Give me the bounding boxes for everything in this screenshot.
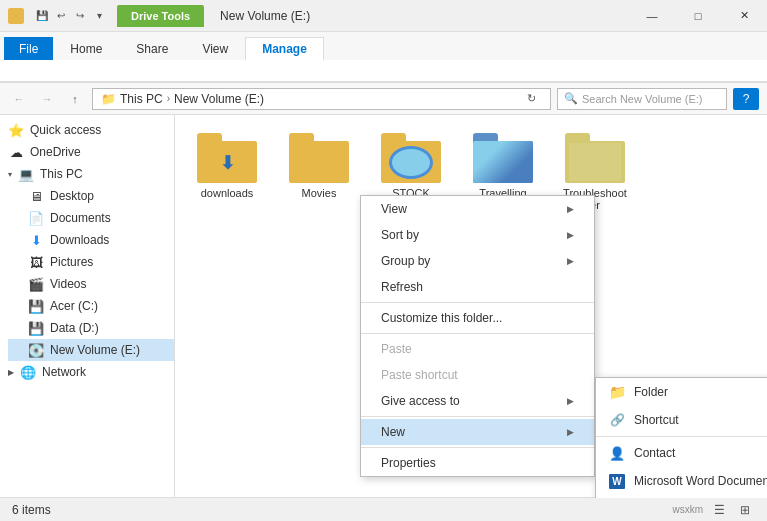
- folder-label-movies: Movies: [302, 187, 337, 199]
- folder-icon-travelling: [473, 133, 533, 183]
- status-count: 6 items: [12, 503, 51, 517]
- sidebar-item-videos[interactable]: 🎬 Videos: [8, 273, 174, 295]
- tab-file[interactable]: File: [4, 37, 53, 60]
- this-pc-icon: 💻: [18, 166, 34, 182]
- sidebar-item-data-d[interactable]: 💾 Data (D:): [8, 317, 174, 339]
- tab-view[interactable]: View: [185, 37, 245, 60]
- sidebar-item-label: Pictures: [50, 255, 93, 269]
- sidebar-item-acer-c[interactable]: 💾 Acer (C:): [8, 295, 174, 317]
- sidebar-item-new-volume-e[interactable]: 💽 New Volume (E:): [8, 339, 174, 361]
- folder-icon-movies: [289, 133, 349, 183]
- quick-access-toolbar: 💾 ↩ ↪ ▾: [28, 8, 113, 24]
- sidebar-item-label: New Volume (E:): [50, 343, 140, 357]
- sidebar-item-network[interactable]: ▶ 🌐 Network: [0, 361, 174, 383]
- sidebar-item-label: Network: [42, 365, 86, 379]
- search-box[interactable]: 🔍 Search New Volume (E:): [557, 88, 727, 110]
- arrow-icon: ▶: [567, 396, 574, 406]
- sidebar-item-onedrive[interactable]: ☁ OneDrive: [0, 141, 174, 163]
- save-icon[interactable]: 💾: [34, 8, 50, 24]
- view-details-button[interactable]: ☰: [709, 500, 729, 520]
- sidebar-item-label: Documents: [50, 211, 111, 225]
- help-button[interactable]: ?: [733, 88, 759, 110]
- cm-item-new[interactable]: New ▶: [361, 419, 594, 445]
- back-button[interactable]: ←: [8, 88, 30, 110]
- sidebar-item-label: Downloads: [50, 233, 109, 247]
- sidebar-item-desktop[interactable]: 🖥 Desktop: [8, 185, 174, 207]
- address-path[interactable]: 📁 This PC › New Volume (E:) ↻: [92, 88, 551, 110]
- chevron-icon: ▾: [8, 170, 12, 179]
- file-item-downloads[interactable]: ⬇ downloads: [187, 127, 267, 217]
- undo-icon[interactable]: ↩: [53, 8, 69, 24]
- dropdown-icon[interactable]: ▾: [91, 8, 107, 24]
- cm-separator: [361, 447, 594, 448]
- cm-item-paste[interactable]: Paste: [361, 336, 594, 362]
- cm-item-refresh[interactable]: Refresh: [361, 274, 594, 300]
- cm-item-give-access[interactable]: Give access to ▶: [361, 388, 594, 414]
- sm-item-word-doc[interactable]: W Microsoft Word Document: [596, 467, 767, 495]
- file-item-movies[interactable]: Movies: [279, 127, 359, 217]
- onedrive-icon: ☁: [8, 144, 24, 160]
- arrow-icon: ▶: [567, 230, 574, 240]
- sidebar-item-documents[interactable]: 📄 Documents: [8, 207, 174, 229]
- view-icons-button[interactable]: ⊞: [735, 500, 755, 520]
- sidebar: ⭐ Quick access ☁ OneDrive ▾ 💻 This PC 🖥 …: [0, 115, 175, 498]
- file-area: ⬇ downloads Movies: [175, 115, 767, 498]
- folder-icon-stock: [381, 133, 441, 183]
- cm-item-paste-shortcut[interactable]: Paste shortcut: [361, 362, 594, 388]
- search-placeholder: Search New Volume (E:): [582, 93, 702, 105]
- cm-separator: [361, 416, 594, 417]
- drive-tools-tab: Drive Tools: [117, 5, 204, 27]
- path-this-pc: This PC: [120, 92, 163, 106]
- window-controls: — □ ✕: [629, 0, 767, 32]
- tab-share[interactable]: Share: [119, 37, 185, 60]
- sidebar-item-quick-access[interactable]: ⭐ Quick access: [0, 119, 174, 141]
- window-title: New Volume (E:): [220, 9, 310, 23]
- path-refresh[interactable]: ↻: [520, 88, 542, 110]
- sidebar-item-downloads[interactable]: ⬇ Downloads: [8, 229, 174, 251]
- title-bar-left: 💾 ↩ ↪ ▾ Drive Tools New Volume (E:): [0, 5, 318, 27]
- sidebar-item-this-pc[interactable]: ▾ 💻 This PC: [0, 163, 174, 185]
- sidebar-item-pictures[interactable]: 🖼 Pictures: [8, 251, 174, 273]
- address-bar: ← → ↑ 📁 This PC › New Volume (E:) ↻ 🔍 Se…: [0, 83, 767, 115]
- sm-item-shortcut[interactable]: 🔗 Shortcut: [596, 406, 767, 434]
- arrow-icon: ▶: [567, 427, 574, 437]
- sm-item-folder[interactable]: 📁 Folder: [596, 378, 767, 406]
- sm-item-ppt[interactable]: P Microsoft PowerPoint Presentation: [596, 495, 767, 498]
- cm-separator: [361, 302, 594, 303]
- desktop-icon: 🖥: [28, 188, 44, 204]
- submenu-new: 📁 Folder 🔗 Shortcut 👤 Contact W: [595, 377, 767, 498]
- cm-item-sort-by[interactable]: Sort by ▶: [361, 222, 594, 248]
- forward-button[interactable]: →: [36, 88, 58, 110]
- close-button[interactable]: ✕: [721, 0, 767, 32]
- up-button[interactable]: ↑: [64, 88, 86, 110]
- folder-label-downloads: downloads: [201, 187, 254, 199]
- chevron-icon: ▶: [8, 368, 14, 377]
- cm-separator: [361, 333, 594, 334]
- redo-icon[interactable]: ↪: [72, 8, 88, 24]
- title-bar: 💾 ↩ ↪ ▾ Drive Tools New Volume (E:) — □ …: [0, 0, 767, 32]
- sidebar-item-label: OneDrive: [30, 145, 81, 159]
- maximize-button[interactable]: □: [675, 0, 721, 32]
- cm-item-properties[interactable]: Properties: [361, 450, 594, 476]
- quick-access-icon: ⭐: [8, 122, 24, 138]
- acer-c-icon: 💾: [28, 298, 44, 314]
- path-sep-1: ›: [167, 93, 170, 104]
- cm-item-group-by[interactable]: Group by ▶: [361, 248, 594, 274]
- tab-manage[interactable]: Manage: [245, 37, 324, 61]
- cm-item-view[interactable]: View ▶: [361, 196, 594, 222]
- sm-item-contact[interactable]: 👤 Contact: [596, 439, 767, 467]
- folder-icon-downloads: ⬇: [197, 133, 257, 183]
- sidebar-item-label: Data (D:): [50, 321, 99, 335]
- contact-icon: 👤: [608, 444, 626, 462]
- sidebar-item-label: Quick access: [30, 123, 101, 137]
- tab-home[interactable]: Home: [53, 37, 119, 60]
- ribbon-tabs: File Home Share View Manage: [0, 32, 767, 60]
- shortcut-icon: 🔗: [608, 411, 626, 429]
- folder-icon: 📁: [608, 383, 626, 401]
- arrow-icon: ▶: [567, 256, 574, 266]
- folder-icon-troubleshooter: [565, 133, 625, 183]
- word-icon: W: [608, 472, 626, 490]
- cm-item-customize[interactable]: Customize this folder...: [361, 305, 594, 331]
- minimize-button[interactable]: —: [629, 0, 675, 32]
- main-area: ⭐ Quick access ☁ OneDrive ▾ 💻 This PC 🖥 …: [0, 115, 767, 498]
